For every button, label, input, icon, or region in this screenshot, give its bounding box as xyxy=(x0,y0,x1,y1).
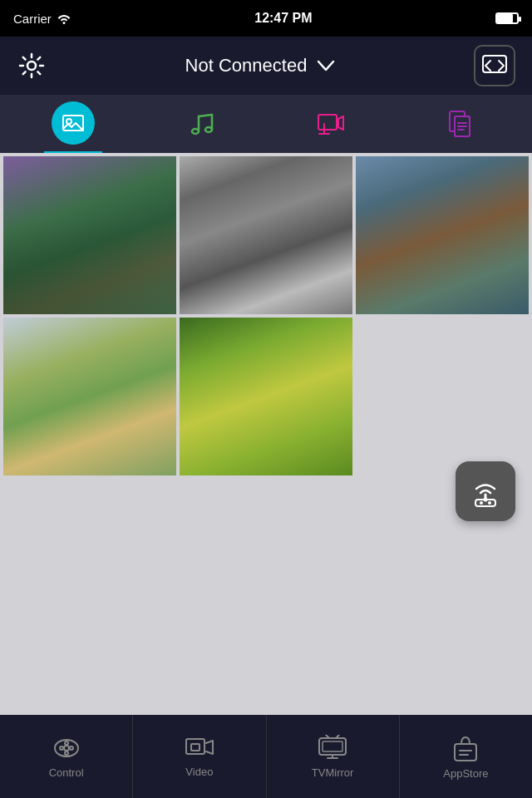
header: Not Connected xyxy=(0,37,532,95)
status-bar-right xyxy=(495,12,519,24)
control-icon xyxy=(52,735,81,761)
svg-point-3 xyxy=(66,119,71,124)
tab-docs[interactable] xyxy=(431,95,489,153)
screen-mirror-button[interactable] xyxy=(474,45,515,86)
tab-video[interactable] xyxy=(302,95,360,153)
nav-control-label: Control xyxy=(49,766,84,779)
media-type-tabs xyxy=(0,95,532,153)
photo-item-1[interactable] xyxy=(3,156,176,314)
chevron-down-icon xyxy=(317,60,335,71)
empty-cell xyxy=(356,318,529,475)
svg-point-21 xyxy=(480,501,483,505)
status-bar-left: Carrier xyxy=(13,12,71,26)
svg-point-26 xyxy=(70,746,73,750)
nav-control[interactable]: Control xyxy=(0,715,133,798)
carrier-label: Carrier xyxy=(13,12,52,26)
nav-video-label: Video xyxy=(185,766,213,778)
photo-item-2[interactable] xyxy=(180,156,352,314)
photo-row-2 xyxy=(0,318,532,475)
svg-rect-36 xyxy=(323,741,342,751)
tab-music[interactable] xyxy=(173,95,231,153)
svg-rect-29 xyxy=(186,739,204,754)
photo-item-3[interactable] xyxy=(356,156,529,314)
svg-rect-31 xyxy=(319,738,346,755)
status-bar-time: 12:47 PM xyxy=(254,11,312,26)
connection-title: Not Connected xyxy=(185,55,308,76)
svg-point-27 xyxy=(65,751,68,755)
photo-row-1 xyxy=(0,156,532,314)
bottom-nav: Control Video TVMirror xyxy=(0,715,532,798)
tvmirror-icon xyxy=(318,735,347,761)
wifi-remote-button[interactable] xyxy=(456,461,515,521)
svg-rect-37 xyxy=(455,744,476,761)
svg-marker-10 xyxy=(338,116,343,130)
svg-point-25 xyxy=(60,746,63,750)
status-bar: Carrier 12:47 PM xyxy=(0,0,532,37)
photo-grid xyxy=(0,153,532,475)
wifi-icon xyxy=(57,12,71,24)
svg-rect-30 xyxy=(191,744,200,751)
svg-point-24 xyxy=(65,741,68,745)
settings-button[interactable] xyxy=(17,51,47,81)
svg-rect-9 xyxy=(318,115,337,130)
nav-tvmirror-label: TVMirror xyxy=(312,766,354,779)
svg-point-22 xyxy=(488,501,491,505)
nav-appstore[interactable]: AppStore xyxy=(400,715,532,798)
svg-point-0 xyxy=(27,62,36,70)
nav-appstore-label: AppStore xyxy=(443,767,488,780)
nav-tvmirror[interactable]: TVMirror xyxy=(267,715,400,798)
nav-video[interactable]: Video xyxy=(133,715,266,798)
connection-selector[interactable]: Not Connected xyxy=(47,55,474,76)
photo-item-5[interactable] xyxy=(180,318,352,475)
svg-line-8 xyxy=(199,115,212,116)
photos-tab-circle xyxy=(52,101,95,145)
photo-item-empty xyxy=(356,318,529,475)
appstore-icon xyxy=(451,734,480,762)
battery-icon xyxy=(495,12,519,24)
video-icon xyxy=(185,736,214,761)
svg-point-28 xyxy=(64,746,69,751)
tab-photos[interactable] xyxy=(44,95,102,153)
photo-item-4[interactable] xyxy=(3,318,176,475)
